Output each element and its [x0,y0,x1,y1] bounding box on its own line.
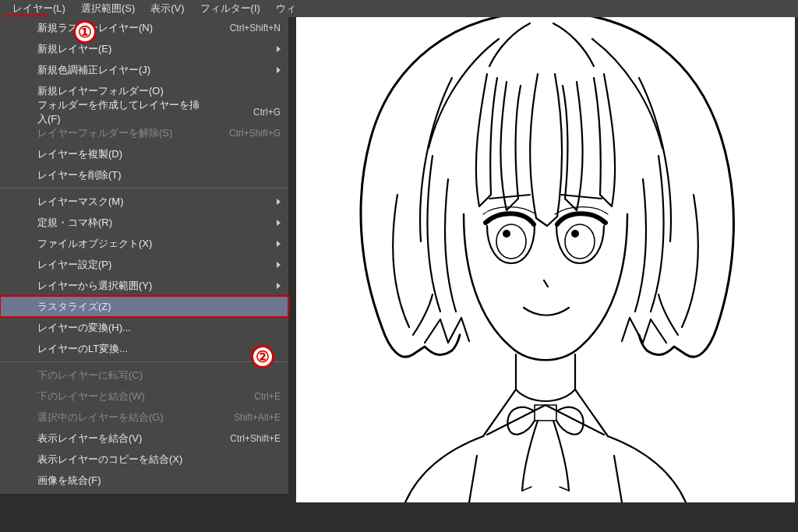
layer-dropdown-menu: 新規ラスターレイヤー(N)Ctrl+Shift+N新規レイヤー(E)新規色調補正… [0,17,288,494]
menubar: レイヤー(L)選択範囲(S)表示(V)フィルター(I)ウィ [0,0,798,17]
menu-item[interactable]: 画像を統合(F) [0,470,288,491]
menu-item[interactable]: レイヤーを削除(T) [0,164,288,185]
menu-item-label: レイヤーのLT変換... [37,342,281,356]
menu-item[interactable]: ファイルオブジェクト(X) [0,233,288,254]
menu-item-label: 下のレイヤーに転写(C) [37,368,281,382]
menubar-item[interactable]: ウィ [268,0,304,17]
menu-item-label: 新規レイヤーフォルダー(O) [37,84,281,98]
menu-item-label: レイヤーマスク(M) [37,195,281,209]
menu-item: 下のレイヤーに転写(C) [0,365,288,386]
menu-item[interactable]: レイヤーから選択範囲(Y) [0,275,288,296]
menu-item-shortcut: Ctrl+Shift+G [203,128,281,139]
chevron-right-icon [277,220,281,226]
menu-item[interactable]: 新規色調補正レイヤー(J) [0,59,288,80]
svg-point-0 [496,224,526,259]
menu-item-shortcut: Shift+Alt+E [203,412,281,423]
menu-item[interactable]: 定規・コマ枠(R) [0,212,288,233]
chevron-right-icon [277,283,281,289]
menu-item-shortcut: Ctrl+E [203,391,281,402]
chevron-right-icon [277,199,281,205]
chevron-right-icon [277,67,281,73]
annotation-2: ② [251,345,274,368]
menu-item-label: 新規レイヤー(E) [37,42,281,56]
menu-item[interactable]: レイヤーを複製(D) [0,143,288,164]
menu-item-label: レイヤーフォルダーを解除(S) [37,126,203,140]
menu-item-label: レイヤーから選択範囲(Y) [37,279,281,293]
menu-item[interactable]: 新規ラスターレイヤー(N)Ctrl+Shift+N [0,17,288,38]
menu-item-label: 新規ラスターレイヤー(N) [37,21,203,35]
menu-item[interactable]: 表示レイヤーを結合(V)Ctrl+Shift+E [0,428,288,449]
active-menu-underline [5,15,48,16]
menu-item-shortcut: Ctrl+Shift+N [203,23,281,33]
lineart-illustration [296,0,795,502]
menu-separator [0,188,288,188]
menu-item[interactable]: 新規レイヤー(E) [0,38,288,59]
menu-item-shortcut: Ctrl+G [203,107,281,118]
svg-point-3 [571,230,579,238]
menu-item-label: 新規色調補正レイヤー(J) [37,63,281,77]
menu-item[interactable]: レイヤーの変換(H)... [0,317,288,338]
menu-item-label: レイヤーを削除(T) [37,168,281,182]
chevron-right-icon [277,46,281,52]
menu-item-label: ラスタライズ(Z) [37,300,281,314]
menu-item-label: 下のレイヤーと結合(W) [37,389,203,403]
menu-item-label: 定規・コマ枠(R) [37,216,281,230]
menu-item-label: 選択中のレイヤーを結合(G) [37,410,203,425]
canvas[interactable] [296,0,795,502]
menu-item-label: レイヤーを複製(D) [37,147,281,161]
menu-item-shortcut: Ctrl+Shift+E [203,433,281,444]
menu-item-label: 表示レイヤーのコピーを結合(X) [37,453,281,467]
svg-point-2 [565,224,595,259]
menu-item[interactable]: フォルダーを作成してレイヤーを挿入(F)Ctrl+G [0,101,288,122]
annotation-1: ① [73,20,97,44]
chevron-right-icon [277,262,281,268]
menu-item: 下のレイヤーと結合(W)Ctrl+E [0,386,288,407]
menu-item: レイヤーフォルダーを解除(S)Ctrl+Shift+G [0,122,288,143]
menu-item: 選択中のレイヤーを結合(G)Shift+Alt+E [0,407,288,428]
menu-item-label: レイヤーの変換(H)... [37,321,281,335]
menu-item[interactable]: ラスタライズ(Z) [0,296,288,317]
menu-item-label: 表示レイヤーを結合(V) [37,432,203,446]
menu-item[interactable]: 表示レイヤーのコピーを結合(X) [0,449,288,470]
menu-item[interactable]: レイヤーマスク(M) [0,191,288,212]
menu-item-label: レイヤー設定(P) [37,258,281,272]
menubar-item[interactable]: フィルター(I) [192,0,268,17]
menu-item-label: ファイルオブジェクト(X) [37,237,281,251]
menubar-item[interactable]: 表示(V) [143,0,192,17]
menu-item[interactable]: レイヤー設定(P) [0,254,288,275]
svg-point-1 [503,230,510,238]
menubar-item[interactable]: 選択範囲(S) [73,0,143,17]
menu-item-label: 画像を統合(F) [37,474,281,488]
menu-item[interactable]: レイヤーのLT変換... [0,338,288,359]
chevron-right-icon [277,241,281,247]
menu-separator [0,361,288,362]
